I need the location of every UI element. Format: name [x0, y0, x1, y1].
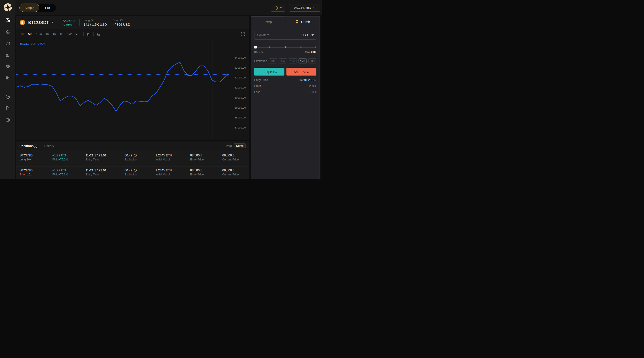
countdown-ring-icon: [133, 168, 137, 172]
position-pair: BTCUSD: [20, 154, 33, 157]
profit-label: Profit: [254, 84, 261, 88]
leaderboard-icon[interactable]: 1: [5, 52, 10, 58]
collateral-currency-select[interactable]: USDT: [302, 33, 314, 37]
loss-label: Loss: [254, 90, 260, 94]
mode-pro-button[interactable]: Pro: [39, 6, 56, 9]
tab-perp[interactable]: Perp: [251, 16, 285, 27]
referral-globe-icon[interactable]: [5, 64, 10, 69]
y-axis-label: 58000.00: [234, 116, 246, 119]
divider: [58, 19, 58, 26]
sidebar-nav: A $ 1: [5, 17, 11, 129]
entry-time-label: Entry Time: [86, 158, 106, 161]
stats-bars-icon[interactable]: [5, 75, 10, 81]
loss-value: -100%: [308, 90, 316, 94]
row-entry-price: 68,500.8: [190, 168, 204, 172]
mode-simple-button[interactable]: Simple: [20, 3, 39, 12]
earn-dollar-icon[interactable]: $: [5, 41, 10, 46]
collateral-slider: [254, 46, 316, 48]
position-size: +1.22 ETH: [52, 154, 68, 157]
y-axis-label: 64000.00: [234, 56, 246, 59]
initial-margin-value: 1.2345 ETH: [156, 168, 172, 172]
timeframe-more-chevron-icon[interactable]: [75, 33, 78, 35]
loss-row: Loss -100%: [254, 90, 316, 94]
profit-value: 299%: [309, 84, 316, 88]
long-btc-button[interactable]: Long BTC: [254, 68, 284, 75]
collateral-field: USDT: [254, 31, 316, 39]
tab-dumb-label: Dumb: [301, 20, 310, 24]
expiration-label: Expiration: [254, 59, 267, 62]
trade-panel-tabs: Perp Dumb: [251, 16, 320, 27]
slider-tick-50[interactable]: [285, 46, 286, 48]
timeframe-5m[interactable]: 5m: [28, 32, 32, 36]
tab-history[interactable]: History: [44, 144, 54, 148]
ohlc-label: 58021.2 -0.3 (+0.00%): [20, 42, 46, 45]
row-current-price: 68,500.8: [222, 168, 239, 172]
y-axis-label: 63000.00: [234, 66, 246, 69]
trade-chart-icon[interactable]: [5, 17, 10, 23]
collateral-input[interactable]: [257, 33, 302, 37]
profit-row: Profit 299%: [254, 84, 316, 88]
entry-time-label: Entry Time: [86, 173, 106, 176]
expiration-col-label: Expiration: [124, 158, 137, 161]
toggle-dumb[interactable]: Dumb: [234, 143, 246, 148]
price-chart[interactable]: 64000.0063000.0062000.0061000.0060000.00…: [16, 39, 249, 140]
pnl-label: PNL: [52, 158, 58, 161]
brand-logo-icon[interactable]: [4, 3, 12, 12]
checklist-icon[interactable]: [96, 32, 101, 36]
slider-tick-75[interactable]: [300, 46, 302, 48]
expiration-5m[interactable]: 5m: [279, 58, 287, 63]
expiration-countdown: 00:49: [124, 168, 132, 172]
timeframe-1d[interactable]: 1D: [60, 32, 64, 36]
divider: [84, 32, 84, 36]
position-row[interactable]: BTCUSD Short 10x +1.22 ETH PNL +75.2% 11…: [16, 167, 249, 179]
expiration-15m[interactable]: 15m: [298, 58, 306, 63]
position-row[interactable]: BTCUSD Long 10x +1.22 ETH PNL +75.2% 11-…: [16, 150, 249, 167]
sidebar: A $ 1: [0, 0, 16, 179]
tab-positions[interactable]: Positions(2): [20, 144, 37, 148]
indicator-settings-icon[interactable]: [86, 32, 91, 36]
entry-price-value: 85,601.2 USD: [299, 78, 316, 81]
price-line-series: [16, 62, 228, 111]
timeframe-1w[interactable]: 1W: [67, 32, 72, 36]
pnl-label: PNL: [52, 173, 58, 176]
slider-tick-25[interactable]: [270, 46, 270, 48]
expiration-10m[interactable]: 10m: [289, 58, 297, 63]
positions-type-toggle: Perp Dumb: [226, 143, 246, 148]
price-axis[interactable]: 64000.0063000.0062000.0061000.0060000.00…: [232, 39, 249, 140]
timeframe-1m[interactable]: 1m: [20, 32, 24, 36]
slider-handle[interactable]: [254, 46, 257, 48]
price-chart-canvas[interactable]: [16, 39, 232, 140]
orders-disc-icon[interactable]: [5, 94, 10, 99]
rewards-bag-icon[interactable]: A: [5, 29, 10, 34]
chain-selector[interactable]: [271, 4, 285, 12]
symbol-name[interactable]: BTCUSDT: [28, 20, 49, 25]
toggle-perp[interactable]: Perp: [226, 144, 232, 147]
symbol-dropdown-icon[interactable]: [51, 22, 54, 23]
timeframe-1h[interactable]: 1h: [46, 32, 49, 36]
position-pair: BTCUSD: [20, 168, 33, 172]
entry-time-value: 11-21 17:23:01: [86, 168, 106, 172]
slider-tick-100[interactable]: [316, 46, 316, 48]
price-change: +0.05%: [62, 23, 75, 26]
tab-dumb[interactable]: Dumb: [285, 16, 320, 27]
expiration-30m[interactable]: 30m: [308, 58, 316, 63]
expiration-60s[interactable]: 60s: [269, 58, 277, 63]
collateral-currency: USDT: [302, 33, 310, 37]
y-axis-label: 62000.00: [234, 76, 246, 79]
bnb-chain-icon: [274, 5, 278, 10]
instrument-header: ฿ BTCUSDT 72,243.8 +0.05% Long OI 141 / …: [16, 16, 249, 28]
btc-coin-icon: ฿: [20, 20, 25, 25]
initial-margin-value: 1.2345 ETH: [156, 154, 172, 157]
timeframe-15m[interactable]: 15m: [36, 32, 42, 36]
entry-time-value: 11-21 17:23:01: [86, 154, 106, 157]
language-globe-icon[interactable]: [5, 117, 10, 123]
short-btc-button[interactable]: Short BTC: [286, 68, 317, 75]
wallet-address-button[interactable]: 0x1234...567: [289, 4, 320, 12]
chevron-down-icon: [313, 7, 316, 8]
divider: [94, 32, 94, 36]
docs-file-icon[interactable]: [5, 106, 10, 111]
fullscreen-icon[interactable]: [240, 32, 245, 36]
timeframe-4h[interactable]: 4h: [53, 32, 56, 36]
row-current-price: 68,500.8: [222, 154, 239, 157]
slider-percent-label: 0% ≈ $0: [254, 50, 264, 54]
